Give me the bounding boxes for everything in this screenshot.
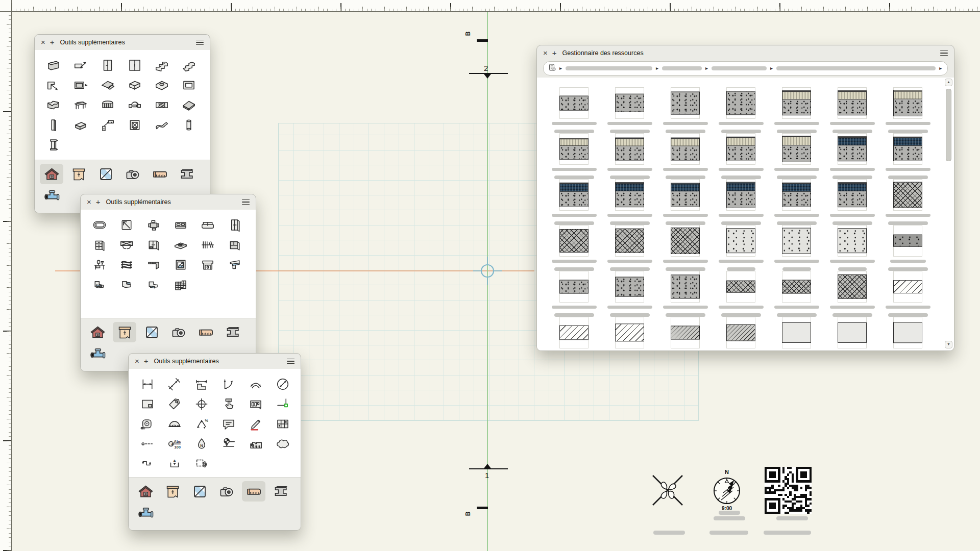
palette-tab-camera[interactable] <box>121 164 144 184</box>
menu-icon[interactable] <box>940 51 948 56</box>
breadcrumb-item-placeholder[interactable] <box>776 66 936 70</box>
tool-tape-measure[interactable] <box>134 414 161 434</box>
resource-item[interactable] <box>713 271 769 317</box>
qr-code-symbol[interactable] <box>765 467 812 514</box>
tool-door-double[interactable] <box>121 55 148 75</box>
resource-item[interactable] <box>769 225 824 271</box>
palette-tab-ibeam[interactable] <box>175 164 199 184</box>
section-flag-top-bar[interactable] <box>477 39 488 42</box>
tool-protractor[interactable] <box>161 414 188 434</box>
tool-bathtub[interactable] <box>86 215 113 235</box>
tool-dresser[interactable] <box>86 235 113 255</box>
tool-coat-rack[interactable] <box>194 235 221 255</box>
north-compass-symbol[interactable]: N 9:00 <box>709 468 745 512</box>
palette-tab-house[interactable] <box>40 164 63 184</box>
palette-tab-camera[interactable] <box>167 322 190 342</box>
breadcrumb-item-placeholder[interactable] <box>712 66 767 70</box>
tool-wall-segment[interactable] <box>40 55 67 75</box>
palette-tab-cabinet[interactable] <box>67 164 90 184</box>
elevation-marker-bottom-number[interactable]: 1 <box>485 471 489 479</box>
resource-item[interactable] <box>713 87 769 133</box>
scrollbar-vertical[interactable]: ▲▼ <box>944 79 952 348</box>
tool-dim-diameter[interactable] <box>269 374 296 394</box>
tool-column-narrow[interactable] <box>40 115 67 135</box>
tool-center-point[interactable] <box>188 394 215 414</box>
tool-washbasin-left[interactable] <box>140 274 167 294</box>
resource-item[interactable] <box>546 133 602 179</box>
resource-item[interactable] <box>769 317 824 350</box>
resource-item[interactable] <box>880 317 936 350</box>
tool-towel-radiator[interactable] <box>113 255 140 274</box>
tool-link-selection[interactable] <box>188 454 215 473</box>
resource-item[interactable] <box>657 179 713 225</box>
palette-tab-ibeam[interactable] <box>221 322 244 342</box>
tool-washbasin-right[interactable] <box>113 274 140 294</box>
resource-item[interactable] <box>546 87 602 133</box>
tool-monitor-marker[interactable] <box>67 75 94 95</box>
palette-tab-ruler[interactable] <box>194 322 217 342</box>
tool-stairs[interactable] <box>148 55 175 75</box>
tool-fence[interactable] <box>94 95 121 115</box>
tool-bed-double[interactable] <box>167 215 194 235</box>
add-icon[interactable]: + <box>552 49 557 57</box>
resource-item[interactable] <box>880 87 936 133</box>
tool-hotspot[interactable] <box>269 394 296 414</box>
resource-item[interactable] <box>602 179 657 225</box>
tool-column-round[interactable] <box>175 115 202 135</box>
tool-door-single[interactable] <box>94 55 121 75</box>
tool-detail-jump[interactable] <box>94 115 121 135</box>
tool-panel-stretch[interactable] <box>67 55 94 75</box>
tool-frame-panel[interactable] <box>175 75 202 95</box>
tool-ramp-curve[interactable] <box>148 115 175 135</box>
tool-dim-linear[interactable] <box>134 374 161 394</box>
tool-shower-cabin[interactable] <box>113 215 140 235</box>
tool-dim-arc[interactable] <box>242 374 269 394</box>
tool-node-link[interactable] <box>121 95 148 115</box>
resource-item[interactable] <box>602 133 657 179</box>
tool-column-capital[interactable] <box>40 135 67 155</box>
tool-text-note[interactable] <box>215 414 242 434</box>
tool-detail-area[interactable] <box>134 394 161 414</box>
tool-profile-molding[interactable] <box>40 95 67 115</box>
resource-item[interactable] <box>713 133 769 179</box>
tool-corner-panel[interactable] <box>40 75 67 95</box>
tool-patch-cross[interactable] <box>148 95 175 115</box>
tool-slab-corner[interactable] <box>121 75 148 95</box>
palette-tab-ibeam[interactable] <box>269 481 292 502</box>
palette-titlebar[interactable]: ×+Outils supplémentaires <box>129 354 301 369</box>
tool-dim-elevation[interactable] <box>188 374 215 394</box>
tool-panel-grid[interactable] <box>269 414 296 434</box>
tool-dining-table[interactable] <box>140 215 167 235</box>
tool-curtain-wall[interactable] <box>140 255 167 274</box>
resource-item[interactable] <box>602 225 657 271</box>
palette-tab-window[interactable] <box>140 322 163 342</box>
close-icon[interactable]: × <box>41 39 45 46</box>
resource-item[interactable] <box>769 87 824 133</box>
tool-stair-path[interactable] <box>134 454 161 473</box>
menu-icon[interactable] <box>242 199 250 205</box>
scroll-up-icon[interactable]: ▲ <box>945 79 952 86</box>
palette-tab-ruler[interactable] <box>242 481 265 502</box>
resource-item[interactable] <box>713 317 769 350</box>
tool-sink-corner[interactable] <box>221 255 248 274</box>
resource-item[interactable] <box>713 179 769 225</box>
resource-item[interactable] <box>824 133 880 179</box>
tool-shaft-box[interactable] <box>121 115 148 135</box>
resource-item[interactable] <box>769 271 824 317</box>
resource-item[interactable] <box>824 179 880 225</box>
tool-stairs-turn[interactable] <box>175 55 202 75</box>
tool-control-box[interactable] <box>242 394 269 414</box>
add-icon[interactable]: + <box>144 358 149 365</box>
resource-item[interactable] <box>546 179 602 225</box>
tool-sideboard[interactable] <box>221 235 248 255</box>
palette-tab-window[interactable] <box>188 481 211 502</box>
tool-brick-block[interactable] <box>67 115 94 135</box>
palette-tab-pipe[interactable] <box>40 185 63 206</box>
tool-formwork-table[interactable] <box>67 95 94 115</box>
survey-cross-symbol[interactable] <box>650 472 685 508</box>
tool-revision-cloud[interactable] <box>269 434 296 454</box>
tool-dim-angle[interactable] <box>215 374 242 394</box>
close-icon[interactable]: × <box>135 358 139 365</box>
tool-pencil-redline[interactable] <box>242 414 269 434</box>
resource-item[interactable] <box>546 225 602 271</box>
